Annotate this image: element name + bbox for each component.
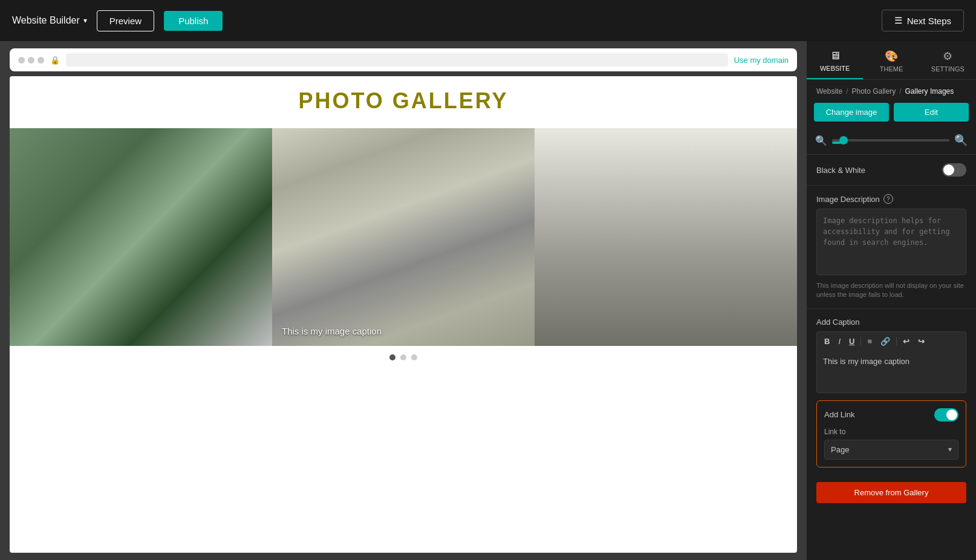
gallery-dot-2[interactable] xyxy=(400,354,406,360)
breadcrumb-sep-2: / xyxy=(899,87,901,96)
gallery-image-3[interactable] xyxy=(535,128,797,346)
tab-settings[interactable]: ⚙ SETTINGS xyxy=(920,41,976,79)
bw-toggle[interactable] xyxy=(942,163,966,177)
remove-section: Remove from Gallery xyxy=(807,475,976,510)
add-link-row: Add Link xyxy=(824,408,958,422)
link-button[interactable]: 🔗 xyxy=(878,336,893,347)
zoom-out-icon[interactable]: 🔍 xyxy=(815,135,827,146)
top-bar: Website Builder ▾ Preview Publish ☰ Next… xyxy=(0,0,976,41)
dot-1 xyxy=(18,57,25,63)
next-steps-icon: ☰ xyxy=(894,15,902,26)
panel-tabs: 🖥 WEBSITE 🎨 THEME ⚙ SETTINGS xyxy=(807,41,976,80)
next-steps-button[interactable]: ☰ Next Steps xyxy=(882,10,964,31)
panel-actions: Change image Edit xyxy=(807,103,976,129)
toolbar-separator-1 xyxy=(861,337,861,345)
zoom-thumb[interactable] xyxy=(839,136,848,145)
gallery-dot-3[interactable] xyxy=(411,354,417,360)
settings-icon: ⚙ xyxy=(943,50,952,63)
add-link-label: Add Link xyxy=(824,410,855,419)
tab-settings-label: SETTINGS xyxy=(931,65,965,73)
caption-toolbar: B I U ≡ 🔗 ↩ ↪ xyxy=(816,331,966,351)
tab-theme-label: THEME xyxy=(880,65,903,73)
add-link-toggle-knob xyxy=(946,409,957,420)
remove-from-gallery-button[interactable]: Remove from Gallery xyxy=(816,482,966,503)
image-description-label-row: Image Description ? xyxy=(816,194,966,204)
link-to-row: Link to Page ▾ xyxy=(824,428,958,460)
undo-button[interactable]: ↩ xyxy=(900,336,912,347)
dot-2 xyxy=(28,57,34,63)
gallery-dots xyxy=(10,354,797,360)
edit-button[interactable]: Edit xyxy=(894,103,969,122)
canvas-area: 🔒 Use my domain PHOTO GALLERY This is my… xyxy=(0,41,807,560)
underline-button[interactable]: U xyxy=(847,336,857,347)
gallery-grid: This is my image caption xyxy=(10,128,797,346)
zoom-in-icon[interactable]: 🔍 xyxy=(954,134,968,147)
dot-3 xyxy=(37,57,44,63)
breadcrumb-gallery-images: Gallery Images xyxy=(905,87,954,96)
use-domain-link[interactable]: Use my domain xyxy=(734,56,789,65)
browser-dots xyxy=(18,57,44,63)
select-chevron-icon: ▾ xyxy=(948,445,952,454)
gallery-image-1[interactable] xyxy=(10,128,272,346)
page-content: PHOTO GALLERY This is my image caption xyxy=(10,76,797,379)
bw-section: Black & White xyxy=(807,155,976,186)
change-image-button[interactable]: Change image xyxy=(814,103,889,122)
add-link-section: Add Link Link to Page ▾ xyxy=(816,400,966,467)
bw-toggle-knob xyxy=(943,164,954,175)
brand-label: Website Builder xyxy=(12,15,80,26)
gallery-dot-1[interactable] xyxy=(389,354,395,360)
caption-editor[interactable]: This is my image caption xyxy=(816,351,966,393)
bw-label: Black & White xyxy=(816,166,865,175)
main-layout: 🔒 Use my domain PHOTO GALLERY This is my… xyxy=(0,41,976,560)
publish-button[interactable]: Publish xyxy=(164,11,223,31)
add-caption-text: Add Caption xyxy=(816,317,860,327)
gallery-image-2[interactable]: This is my image caption xyxy=(272,128,535,346)
add-link-toggle[interactable] xyxy=(934,408,958,422)
gallery-title: PHOTO GALLERY xyxy=(10,88,797,114)
theme-icon: 🎨 xyxy=(885,50,898,63)
website-icon: 🖥 xyxy=(830,50,841,62)
breadcrumb-sep-1: / xyxy=(846,87,848,96)
image-description-note: This image description will not display … xyxy=(816,281,966,300)
zoom-track xyxy=(832,139,949,142)
breadcrumb: Website / Photo Gallery / Gallery Images xyxy=(807,80,976,103)
breadcrumb-photo-gallery[interactable]: Photo Gallery xyxy=(851,87,896,96)
link-to-label: Link to xyxy=(824,428,958,436)
url-bar[interactable] xyxy=(66,53,728,67)
image-description-textarea[interactable] xyxy=(816,209,966,275)
browser-bar: 🔒 Use my domain xyxy=(10,48,797,71)
brand[interactable]: Website Builder ▾ xyxy=(12,15,87,26)
preview-button[interactable]: Preview xyxy=(97,10,154,31)
page-canvas: PHOTO GALLERY This is my image caption xyxy=(10,76,797,553)
bold-button[interactable]: B xyxy=(822,336,832,347)
image-caption: This is my image caption xyxy=(282,326,382,336)
bw-toggle-row: Black & White xyxy=(816,163,966,177)
info-icon[interactable]: ? xyxy=(883,194,893,204)
caption-section: Add Caption B I U ≡ 🔗 ↩ ↪ This is my ima… xyxy=(807,309,976,393)
add-caption-label: Add Caption xyxy=(816,317,966,327)
lock-icon: 🔒 xyxy=(50,56,60,65)
tab-website[interactable]: 🖥 WEBSITE xyxy=(807,41,863,79)
link-to-value: Page xyxy=(831,445,849,454)
image-description-section: Image Description ? This image descripti… xyxy=(807,186,976,309)
link-to-select[interactable]: Page ▾ xyxy=(824,440,958,460)
next-steps-label: Next Steps xyxy=(907,16,951,26)
brand-chevron-icon: ▾ xyxy=(83,16,87,25)
redo-button[interactable]: ↪ xyxy=(916,336,927,347)
tab-theme[interactable]: 🎨 THEME xyxy=(863,41,919,79)
align-button[interactable]: ≡ xyxy=(865,336,874,347)
right-panel: 🖥 WEBSITE 🎨 THEME ⚙ SETTINGS Website / P… xyxy=(807,41,976,560)
zoom-control: 🔍 🔍 xyxy=(807,129,976,155)
tab-website-label: WEBSITE xyxy=(820,65,850,72)
image-description-label: Image Description xyxy=(816,195,880,204)
toolbar-separator-2 xyxy=(896,337,897,345)
breadcrumb-website[interactable]: Website xyxy=(816,87,842,96)
italic-button[interactable]: I xyxy=(836,336,843,347)
zoom-slider[interactable] xyxy=(832,139,949,142)
